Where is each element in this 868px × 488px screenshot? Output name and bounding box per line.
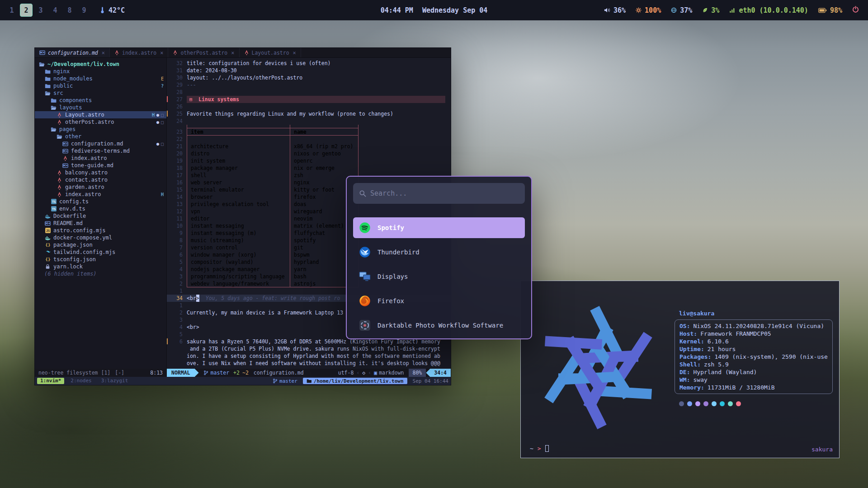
svg-text:{}: {} xyxy=(45,257,50,262)
module-network[interactable]: eth0 (10.0.0.140) xyxy=(729,6,808,14)
fetch-line-uptime: Uptime:21 hours xyxy=(679,345,828,353)
temperature-label: 42°C xyxy=(108,6,125,14)
astro-icon xyxy=(56,119,63,125)
folder-open-icon xyxy=(56,134,63,139)
table-row: shellzsh xyxy=(187,172,359,179)
tree-item-label: ~/Development/liv.town xyxy=(47,61,119,67)
tree-item-pages[interactable]: pages xyxy=(35,126,166,133)
tab-close-icon[interactable]: × xyxy=(231,50,234,56)
workspace-1[interactable]: 1 xyxy=(5,4,18,17)
tmux-windows: 1:nvim*2:nodes3:lazygit xyxy=(37,378,131,384)
tree-item-dockerfile[interactable]: Dockerfile xyxy=(35,212,166,220)
fetch-line-kernel: Kernel:6.10.6 xyxy=(679,338,828,345)
fetch-line-memory: Memory:11731MiB / 31280MiB xyxy=(679,384,828,391)
tab-label: configuration.md xyxy=(48,50,98,56)
tab-otherpost-astro[interactable]: otherPost.astro× xyxy=(168,48,239,57)
astro-icon xyxy=(114,50,119,56)
module-cpu[interactable]: 3% xyxy=(702,6,719,14)
tree-item-label: index.astro xyxy=(71,155,107,161)
tree-item-config-ts[interactable]: TSconfig.ts xyxy=(35,198,166,205)
module-brightness[interactable]: 100% xyxy=(636,6,661,14)
launcher-item-spotify[interactable]: Spotify xyxy=(353,217,525,238)
tree-item-tsconfig-json[interactable]: {}tsconfig.json xyxy=(35,256,166,263)
tmux-path: /home/liv/Development/liv.town xyxy=(303,378,407,384)
workspace-4[interactable]: 4 xyxy=(49,4,61,17)
tab-close-icon[interactable]: × xyxy=(293,50,296,56)
neotree-status-title: neo-tree filesystem [1] xyxy=(38,370,110,376)
power-button[interactable] xyxy=(852,6,859,14)
git-blame: You, 5 days ago - feat: write rough post… xyxy=(206,295,340,302)
launcher-item-firefox[interactable]: Firefox xyxy=(353,291,525,311)
launcher-item-displays[interactable]: Displays xyxy=(353,266,525,287)
launcher-item-darktable-photo-workflow-software[interactable]: Darktable Photo Workflow Software xyxy=(353,315,525,336)
astro-icon xyxy=(56,184,63,190)
tmux-window-3-lazygit[interactable]: 3:lazygit xyxy=(98,378,132,384)
folder-icon xyxy=(307,379,311,383)
fetch-stats-box: OS:NixOS 24.11.20240828.71e91c4 (Vicuna)… xyxy=(675,319,833,394)
module-battery[interactable]: 98% xyxy=(818,6,842,14)
workspace-8[interactable]: 8 xyxy=(63,4,76,17)
tab-close-icon[interactable]: × xyxy=(160,50,163,56)
workspace-9[interactable]: 9 xyxy=(78,4,90,17)
tree-item-label: public xyxy=(53,83,73,89)
tab-configuration-md[interactable]: configuration.md× xyxy=(35,48,110,57)
workspace-3[interactable]: 3 xyxy=(34,4,47,17)
tree-item-nginx[interactable]: nginx xyxy=(35,68,166,75)
prompt-char: > xyxy=(538,445,541,452)
tree-item-index-astro[interactable]: index.astro xyxy=(35,155,166,162)
tree-item-env-d-ts[interactable]: TSenv.d.ts xyxy=(35,205,166,212)
workspace-2[interactable]: 2 xyxy=(20,4,33,17)
tree-item-otherpost-astro[interactable]: otherPost.astro●□ xyxy=(35,118,166,126)
clock[interactable]: 04:44 PM Wednesday Sep 04 xyxy=(381,6,488,14)
module-volume[interactable]: 36% xyxy=(604,6,626,14)
tree-item-development-liv-town[interactable]: ~/Development/liv.town xyxy=(35,61,166,68)
tree-item-configuration-md[interactable]: configuration.md●□ xyxy=(35,140,166,147)
buffer-line: 18package managernix or emerge xyxy=(167,164,451,172)
tree-item-tone-guide-md[interactable]: tone-guide.md xyxy=(35,162,166,169)
tree-item-layout-astro[interactable]: Layout.astroH●□ xyxy=(35,111,166,118)
palette-dot-0 xyxy=(679,401,684,406)
tree-item-components[interactable]: components xyxy=(35,97,166,104)
tree-item-garden-astro[interactable]: garden.astro xyxy=(35,183,166,191)
tree-item-package-json[interactable]: {}package.json xyxy=(35,241,166,249)
launcher-item-thunderbird[interactable]: Thunderbird xyxy=(353,242,525,263)
tree-item-readme-md[interactable]: README.md xyxy=(35,220,166,227)
neotree-statusline: neo-tree filesystem [1] [-] 8:13 xyxy=(35,369,167,377)
buffer-line: ove. I use Nix when I need software with… xyxy=(167,360,451,367)
tree-item-public[interactable]: public? xyxy=(35,82,166,89)
search-input[interactable] xyxy=(370,189,519,197)
tree-item-index-astro[interactable]: index.astroH xyxy=(35,191,166,198)
tmux-window-2-nodes[interactable]: 2:nodes xyxy=(67,378,94,384)
tmux-window-1-nvim[interactable]: 1:nvim* xyxy=(37,378,64,384)
tree-item-label: env.d.ts xyxy=(59,206,85,212)
terminal-window[interactable]: liv@sakura OS:NixOS 24.11.20240828.71e91… xyxy=(520,281,840,458)
astro-icon xyxy=(244,50,249,56)
module-disk[interactable]: 37% xyxy=(671,6,692,14)
branch-icon xyxy=(203,370,208,375)
hostname-badge: sakura xyxy=(811,446,833,453)
tab-layout-astro[interactable]: Layout.astro× xyxy=(240,48,301,57)
md-icon xyxy=(62,163,69,168)
tree-item-tailwind-config-mjs[interactable]: tailwind.config.mjs xyxy=(35,249,166,256)
buffer-line: 27▤ Linux systems xyxy=(167,96,451,103)
tab-index-astro[interactable]: index.astro× xyxy=(110,48,168,57)
tree-item-other[interactable]: other xyxy=(35,133,166,140)
search-box[interactable] xyxy=(353,183,525,204)
tree-item-yarn-lock[interactable]: yarn.lock xyxy=(35,263,166,270)
tree-item-fediverse-terms-md[interactable]: fediverse-terms.md xyxy=(35,147,166,155)
filetype-icon: ▣ xyxy=(374,370,377,376)
tree-item-node-modules[interactable]: node_modulesE xyxy=(35,75,166,82)
tree-item-balcony-astro[interactable]: balcony.astro xyxy=(35,169,166,176)
shell-prompt[interactable]: ~ > xyxy=(530,445,549,452)
tab-close-icon[interactable]: × xyxy=(102,50,105,56)
temperature-module[interactable]: 42°C xyxy=(99,6,125,14)
tree-item-docker-compose-yml[interactable]: docker-compose.yml xyxy=(35,234,166,241)
status-modules: 36%100%37%3%eth0 (10.0.0.140)98% xyxy=(604,6,842,14)
tree-item-layouts[interactable]: layouts xyxy=(35,104,166,111)
scroll-progress: 80% xyxy=(409,369,426,377)
svg-text:JS: JS xyxy=(46,229,49,233)
tree-item-src[interactable]: src xyxy=(35,89,166,97)
tree-item-contact-astro[interactable]: contact.astro xyxy=(35,176,166,183)
tree-item-astro-config-mjs[interactable]: JSastro.config.mjs xyxy=(35,227,166,234)
tree-item-6-hidden-items[interactable]: (6 hidden items) xyxy=(35,270,166,277)
